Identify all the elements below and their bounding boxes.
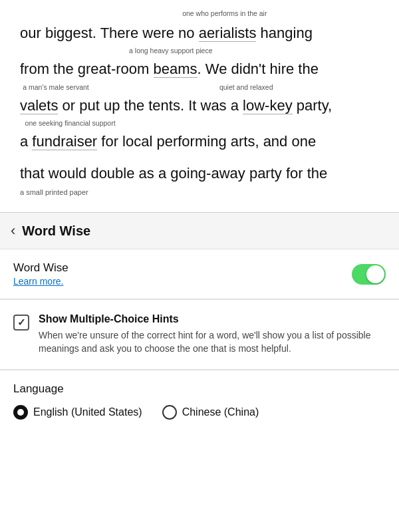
radio-chinese[interactable]: Chinese (China) — [162, 405, 259, 420]
checkbox-content: Show Multiple-Choice Hints When we're un… — [39, 313, 386, 356]
show-hints-title: Show Multiple-Choice Hints — [39, 313, 386, 325]
reading-line-4: a fundraiser for local performing arts, … — [20, 130, 379, 154]
show-hints-desc: When we're unsure of the correct hint fo… — [39, 329, 386, 356]
language-section: Language English (United States) Chinese… — [0, 370, 399, 426]
hint-aerialists: one who performs in the air — [182, 9, 267, 17]
radio-english-circle — [13, 405, 28, 420]
hint-valets: a man's male servant — [23, 83, 88, 91]
word-wise-toggle[interactable] — [352, 264, 386, 285]
radio-english-inner — [17, 409, 24, 416]
radio-chinese-circle — [162, 405, 177, 420]
radio-english-label: English (United States) — [33, 406, 142, 418]
toggle-knob — [366, 265, 384, 283]
word-wise-info: Word Wise Learn more. — [13, 261, 68, 287]
radio-chinese-label: Chinese (China) — [182, 406, 259, 418]
back-button[interactable]: ‹ — [11, 222, 15, 239]
reading-line-1: our biggest. There were no aerialists ha… — [20, 21, 379, 45]
reading-line-5: that would double as a going-away party … — [20, 162, 379, 186]
learn-more-link[interactable]: Learn more. — [13, 276, 68, 287]
reading-line-3: valets or put up the tents. It was a low… — [20, 94, 379, 118]
settings-title: Word Wise — [22, 223, 90, 239]
checkmark-icon: ✓ — [17, 317, 26, 329]
checkbox-row: ✓ Show Multiple-Choice Hints When we're … — [0, 300, 399, 370]
hint-lowkey: quiet and relaxed — [219, 83, 273, 91]
hint-beams: a long heavy support piece — [129, 47, 213, 55]
reading-line-2: from the great-room beams. We didn't hir… — [20, 57, 379, 81]
hint-slip: a small printed paper — [20, 188, 379, 196]
settings-header: ‹ Word Wise — [0, 213, 399, 249]
show-hints-checkbox[interactable]: ✓ — [13, 315, 29, 331]
language-label: Language — [13, 382, 386, 396]
language-options: English (United States) Chinese (China) — [13, 405, 386, 420]
reading-section: one who performs in the air our biggest.… — [0, 0, 399, 213]
settings-body: Word Wise Learn more. ✓ Show Multiple-Ch… — [0, 249, 399, 426]
word-wise-row: Word Wise Learn more. — [0, 249, 399, 299]
hint-fundraiser: one seeking financial support — [25, 119, 116, 127]
word-wise-label: Word Wise — [13, 261, 68, 275]
radio-english[interactable]: English (United States) — [13, 405, 142, 420]
